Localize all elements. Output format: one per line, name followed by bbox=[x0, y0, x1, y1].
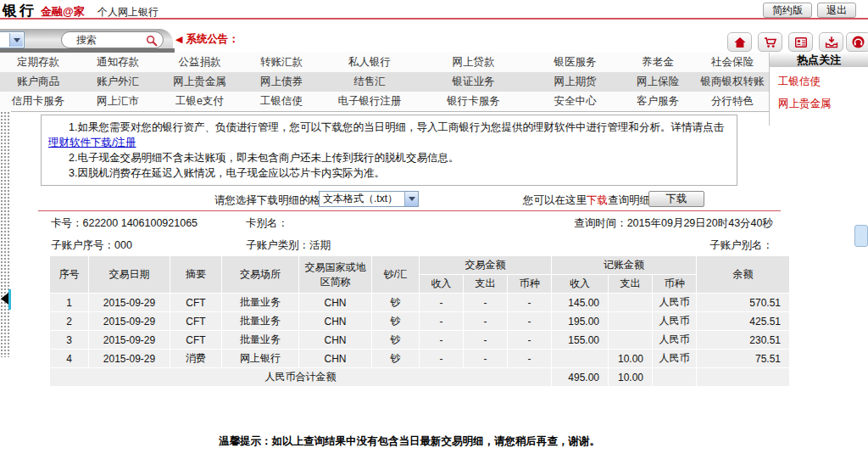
nav-item[interactable]: 账户商品 bbox=[0, 75, 76, 89]
nav-item[interactable]: 私人银行 bbox=[323, 55, 416, 70]
subaccount-type: 子账户类别：活期 bbox=[246, 238, 331, 253]
nav-item[interactable]: 公益捐款 bbox=[159, 55, 240, 70]
nav-item[interactable]: 账户外汇 bbox=[76, 75, 159, 89]
table-row: 12015-09-29CFT批量业务CHN钞---145.00人民币570.51 bbox=[50, 294, 789, 311]
nav-item[interactable]: 网上保险 bbox=[620, 75, 696, 89]
nav-item[interactable]: 网上债券 bbox=[240, 75, 323, 89]
total-label: 人民币合计金额 bbox=[50, 368, 551, 386]
chevron-down-icon[interactable] bbox=[404, 192, 418, 206]
table-row: 32015-09-29CFT批量业务CHN钞---155.00人民币230.51 bbox=[50, 331, 789, 349]
format-select-value: 文本格式（.txt） bbox=[323, 193, 398, 204]
search-input[interactable]: 搜索 bbox=[61, 31, 164, 48]
search-icon[interactable] bbox=[146, 35, 158, 47]
nav-item[interactable]: 网上贷款 bbox=[416, 55, 531, 70]
simple-version-button[interactable]: 简约版 bbox=[763, 3, 812, 18]
mail-download-icon[interactable] bbox=[819, 32, 843, 52]
nav-item[interactable]: 转账汇款 bbox=[240, 55, 323, 70]
sub-income: 收入 bbox=[552, 275, 608, 293]
hot-topic-link[interactable]: 网上贵金属 bbox=[770, 89, 868, 111]
sub-currency: 币种 bbox=[508, 275, 551, 293]
total-income: 495.00 bbox=[552, 368, 608, 386]
notice-line-2: 2.电子现金交易明细不含未达账项，即未包含商户还未上传到我行的脱机交易信息。 bbox=[48, 150, 730, 165]
red-separator bbox=[38, 210, 781, 211]
customer-service-icon[interactable] bbox=[846, 32, 868, 52]
nav-item[interactable]: 银证业务 bbox=[416, 75, 531, 89]
shopping-cart-icon[interactable] bbox=[758, 32, 782, 52]
top-bar: 银行 金融@家 个人网上银行 简约版 退出 bbox=[0, 0, 868, 18]
hot-topics-title: 热点关注 bbox=[770, 53, 868, 67]
col-country: 交易国家或地区简称 bbox=[299, 256, 371, 293]
format-label: 请您选择下载明细的格式 bbox=[214, 193, 331, 208]
hot-topics-panel: 热点关注 工银信使网上贵金属 bbox=[769, 53, 868, 126]
nav-item[interactable]: 网上汇市 bbox=[76, 94, 159, 109]
nav-item[interactable]: 信用卡服务 bbox=[0, 94, 76, 109]
logout-button[interactable]: 退出 bbox=[817, 3, 856, 18]
query-time: 查询时间：2015年09月29日20时43分40秒 bbox=[574, 216, 773, 231]
search-placeholder: 搜索 bbox=[76, 34, 97, 46]
col-balance: 余额 bbox=[697, 256, 789, 293]
contacts-icon[interactable] bbox=[788, 32, 813, 52]
hot-panel-items: 工银信使网上贵金属 bbox=[770, 67, 868, 111]
sub-expense: 支出 bbox=[464, 275, 507, 293]
nav-item[interactable]: 工银e支付 bbox=[159, 94, 240, 109]
subaccount-seq: 子账户序号：000 bbox=[51, 238, 132, 253]
nav-item[interactable]: 养老金 bbox=[620, 55, 696, 70]
nav-item[interactable]: 结售汇 bbox=[323, 75, 416, 89]
content-panel: 1.如果您需要对您的银行资产、负债进行管理，您可以下载您的当日明细，导入工商银行… bbox=[11, 111, 868, 459]
download-button[interactable]: 下载 bbox=[648, 191, 704, 207]
sub-expense: 支出 bbox=[609, 275, 652, 293]
card-number: 卡号：622200 1406100921065 bbox=[51, 216, 198, 231]
nav-item[interactable]: 网上贵金属 bbox=[159, 75, 240, 89]
hint-before: 您可以在这里 bbox=[523, 194, 587, 206]
table-row: 22015-09-29CFT批量业务CHN钞---195.00人民币425.51 bbox=[50, 312, 789, 330]
table-header: 序号 交易日期 摘要 交易场所 交易国家或地区简称 钞/汇 交易金额 记账金额 … bbox=[50, 256, 789, 293]
toolbar: 搜索 ◀系统公告： bbox=[0, 20, 868, 53]
transaction-table: 序号 交易日期 摘要 交易场所 交易国家或地区简称 钞/汇 交易金额 记账金额 … bbox=[49, 255, 790, 387]
col-cash: 钞/汇 bbox=[372, 256, 419, 293]
nav-item[interactable]: 网上期货 bbox=[531, 75, 620, 89]
total-expense: 10.00 bbox=[609, 368, 652, 386]
splitter-strip[interactable] bbox=[0, 111, 11, 357]
total-row: 人民币合计金额 495.00 10.00 bbox=[50, 368, 789, 386]
software-download-link[interactable]: 理财软件下载/注册 bbox=[48, 137, 136, 148]
hot-topic-link[interactable]: 工银信使 bbox=[770, 67, 868, 89]
home-icon[interactable] bbox=[727, 32, 752, 52]
system-announcement: ◀系统公告： bbox=[175, 32, 239, 47]
col-seq: 序号 bbox=[50, 256, 88, 293]
notice-line-1: 1.如果您需要对您的银行资产、负债进行管理，您可以下载您的当日明细，导入工商银行… bbox=[48, 120, 730, 150]
nav-item[interactable]: 银商银权转账 bbox=[696, 75, 769, 89]
nav-item[interactable]: 银医服务 bbox=[531, 55, 620, 70]
col-date: 交易日期 bbox=[89, 256, 170, 293]
collapse-arrow-icon[interactable] bbox=[1, 293, 8, 305]
card-alias: 卡别名： bbox=[246, 216, 288, 231]
hint-download-word[interactable]: 下载 bbox=[587, 194, 608, 206]
nav-item[interactable]: 定期存款 bbox=[0, 55, 76, 70]
group-trade-amount: 交易金额 bbox=[420, 256, 551, 274]
category-select[interactable] bbox=[0, 31, 25, 48]
nav-item[interactable]: 电子银行注册 bbox=[323, 94, 416, 109]
format-select[interactable]: 文本格式（.txt） bbox=[319, 191, 419, 207]
nav-menu: 定期存款通知存款公益捐款转账汇款私人银行网上贷款银医服务养老金社会保险账户商品账… bbox=[0, 53, 769, 111]
chevron-down-icon[interactable] bbox=[9, 33, 23, 47]
nav-item[interactable]: 客户服务 bbox=[620, 94, 696, 109]
nav-row: 定期存款通知存款公益捐款转账汇款私人银行网上贷款银医服务养老金社会保险 bbox=[0, 53, 769, 72]
group-booked-amount: 记账金额 bbox=[552, 256, 696, 274]
sub-currency: 币种 bbox=[653, 275, 696, 293]
nav-item[interactable]: 安全中心 bbox=[531, 94, 620, 109]
notice-line-1-text: 1.如果您需要对您的银行资产、负债进行管理，您可以下载您的当日明细，导入工商银行… bbox=[69, 121, 724, 133]
sub-income: 收入 bbox=[420, 275, 463, 293]
nav-item[interactable]: 通知存款 bbox=[76, 55, 159, 70]
warm-tip: 温馨提示：如以上查询结果中没有包含当日最新交易明细，请您稍后再查，谢谢。 bbox=[38, 434, 781, 449]
subaccount-alias: 子账户别名： bbox=[709, 238, 773, 253]
notice-line-3: 3.因脱机消费存在延迟入账情况，电子现金应以芯片卡内实际为准。 bbox=[48, 165, 730, 181]
nav-item[interactable]: 工银信使 bbox=[240, 94, 323, 109]
announcement-label: 系统公告： bbox=[186, 33, 239, 45]
detail-table-body: 12015-09-29CFT批量业务CHN钞---145.00人民币570.51… bbox=[50, 294, 789, 367]
nav-row: 账户商品账户外汇网上贵金属网上债券结售汇银证业务网上期货网上保险银商银权转账 bbox=[0, 72, 769, 92]
nav-row: 信用卡服务网上汇市工银e支付工银信使电子银行注册银行卡服务安全中心客户服务分行特… bbox=[0, 92, 769, 111]
nav-item[interactable]: 分行特色 bbox=[696, 94, 769, 109]
col-place: 交易场所 bbox=[222, 256, 298, 293]
nav-item[interactable]: 社会保险 bbox=[696, 55, 769, 70]
floating-widget[interactable] bbox=[854, 225, 868, 247]
nav-item[interactable]: 银行卡服务 bbox=[416, 94, 531, 109]
